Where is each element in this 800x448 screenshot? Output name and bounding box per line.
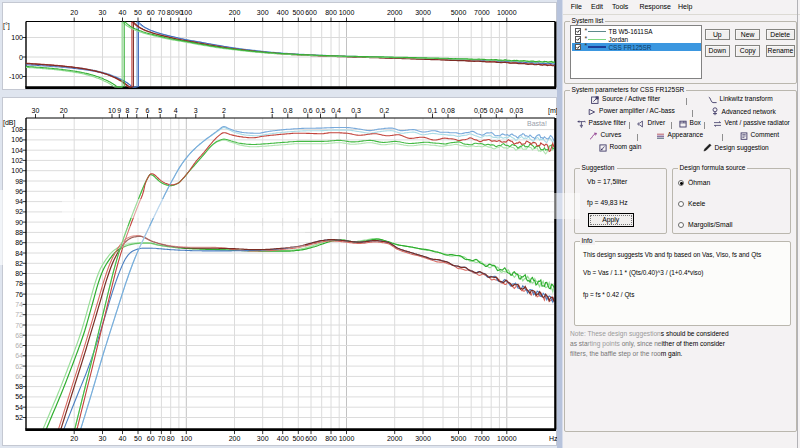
svg-text:100: 100 (11, 34, 23, 41)
svg-text:6: 6 (146, 107, 150, 114)
svg-text:72: 72 (15, 311, 23, 318)
svg-text:96: 96 (15, 188, 23, 195)
svg-text:2000: 2000 (387, 435, 403, 442)
svg-text:500: 500 (292, 435, 304, 442)
svg-text:80: 80 (167, 9, 175, 16)
svg-text:60: 60 (15, 373, 23, 380)
svg-text:40: 40 (119, 9, 127, 16)
svg-text:1: 1 (270, 107, 274, 114)
svg-text:50: 50 (134, 435, 142, 442)
svg-text:500: 500 (292, 9, 304, 16)
svg-text:88: 88 (15, 229, 23, 236)
svg-text:30: 30 (99, 435, 107, 442)
svg-text:50: 50 (134, 9, 142, 16)
svg-text:0,03: 0,03 (509, 107, 523, 114)
svg-text:2000: 2000 (387, 9, 403, 16)
svg-text:8: 8 (126, 107, 130, 114)
svg-text:30: 30 (32, 107, 40, 114)
svg-text:90: 90 (15, 219, 23, 226)
svg-text:60: 60 (147, 9, 155, 16)
svg-text:800: 800 (325, 9, 337, 16)
svg-text:600: 600 (305, 9, 317, 16)
svg-text:0,8: 0,8 (283, 107, 293, 114)
svg-text:58: 58 (15, 383, 23, 390)
svg-text:92: 92 (15, 208, 23, 215)
svg-text:74: 74 (15, 301, 23, 308)
svg-text:56: 56 (15, 393, 23, 400)
svg-text:68: 68 (15, 332, 23, 339)
svg-text:600: 600 (305, 435, 317, 442)
svg-text:20: 20 (60, 107, 68, 114)
svg-text:0,04: 0,04 (489, 107, 503, 114)
svg-text:60: 60 (147, 435, 155, 442)
svg-text:82: 82 (15, 260, 23, 267)
svg-text:0,1: 0,1 (428, 107, 438, 114)
svg-text:Basta!: Basta! (527, 120, 547, 127)
svg-text:40: 40 (119, 435, 127, 442)
svg-text:100: 100 (180, 435, 192, 442)
svg-text:108: 108 (11, 126, 23, 133)
svg-text:70: 70 (15, 322, 23, 329)
svg-text:54: 54 (15, 404, 23, 411)
svg-text:1000: 1000 (339, 435, 355, 442)
svg-text:78: 78 (15, 280, 23, 287)
svg-text:106: 106 (11, 136, 23, 143)
svg-text:5000: 5000 (451, 9, 467, 16)
svg-text:0,3: 0,3 (351, 107, 361, 114)
svg-text:100: 100 (180, 9, 192, 16)
svg-text:102: 102 (11, 157, 23, 164)
svg-text:0,5: 0,5 (316, 107, 326, 114)
svg-text:0: 0 (19, 54, 23, 61)
svg-text:10000: 10000 (497, 9, 517, 16)
svg-text:1000: 1000 (339, 9, 355, 16)
svg-text:0,6: 0,6 (303, 107, 313, 114)
svg-text:7000: 7000 (474, 435, 490, 442)
svg-text:94: 94 (15, 198, 23, 205)
svg-text:80: 80 (15, 270, 23, 277)
svg-text:0,08: 0,08 (441, 107, 455, 114)
svg-text:3000: 3000 (415, 9, 431, 16)
svg-text:80: 80 (167, 435, 175, 442)
svg-text:70: 70 (158, 9, 166, 16)
svg-text:64: 64 (15, 352, 23, 359)
svg-text:5: 5 (158, 107, 162, 114)
svg-text:104: 104 (11, 147, 23, 154)
svg-text:76: 76 (15, 291, 23, 298)
svg-text:-100: -100 (9, 73, 23, 80)
svg-text:300: 300 (257, 435, 269, 442)
svg-text:62: 62 (15, 363, 23, 370)
svg-text:66: 66 (15, 342, 23, 349)
svg-text:[°]: [°] (3, 22, 10, 30)
svg-text:0,2: 0,2 (379, 107, 389, 114)
svg-text:86: 86 (15, 239, 23, 246)
svg-text:20: 20 (70, 9, 78, 16)
svg-text:5000: 5000 (451, 435, 467, 442)
svg-text:400: 400 (277, 435, 289, 442)
svg-text:7000: 7000 (474, 9, 490, 16)
svg-text:98: 98 (15, 178, 23, 185)
svg-text:3: 3 (194, 107, 198, 114)
svg-text:4: 4 (174, 107, 178, 114)
svg-text:100: 100 (11, 167, 23, 174)
svg-text:300: 300 (257, 9, 269, 16)
svg-text:20: 20 (70, 435, 78, 442)
svg-text:52: 52 (15, 414, 23, 421)
svg-text:3000: 3000 (415, 435, 431, 442)
svg-text:10000: 10000 (497, 435, 517, 442)
svg-text:0,4: 0,4 (331, 107, 341, 114)
svg-text:800: 800 (325, 435, 337, 442)
svg-text:7: 7 (135, 107, 139, 114)
svg-text:70: 70 (158, 435, 166, 442)
svg-text:9: 9 (117, 107, 121, 114)
svg-text:30: 30 (99, 9, 107, 16)
svg-text:2: 2 (222, 107, 226, 114)
svg-text:0,05: 0,05 (474, 107, 488, 114)
svg-text:400: 400 (277, 9, 289, 16)
svg-text:200: 200 (229, 9, 241, 16)
svg-text:10: 10 (108, 107, 116, 114)
svg-text:200: 200 (229, 435, 241, 442)
svg-text:84: 84 (15, 250, 23, 257)
